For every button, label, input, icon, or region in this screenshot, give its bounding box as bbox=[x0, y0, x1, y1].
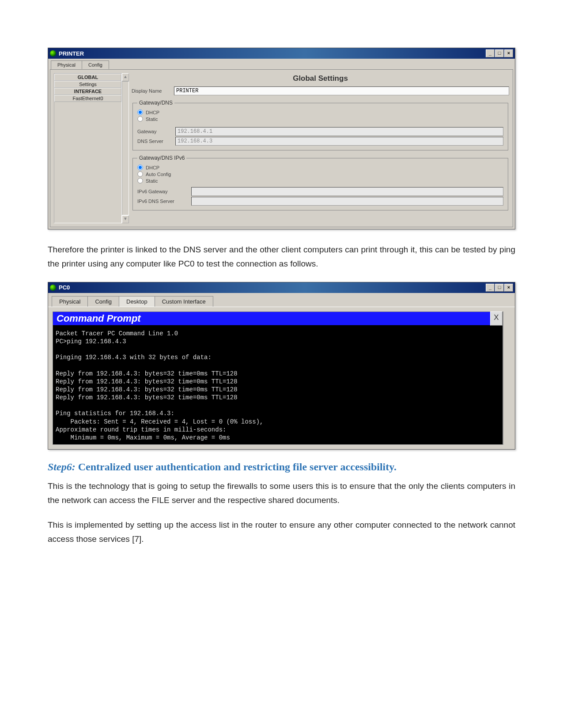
gateway-dns-ipv6-legend: Gateway/DNS IPv6 bbox=[137, 155, 186, 161]
gateway-label: Gateway bbox=[137, 129, 173, 134]
displayname-input[interactable] bbox=[174, 86, 509, 95]
ipv6-gateway-input bbox=[191, 187, 503, 196]
displayname-label: Display Name bbox=[132, 88, 171, 94]
maximize-button[interactable]: □ bbox=[495, 49, 504, 57]
gateway-dns-legend: Gateway/DNS bbox=[137, 100, 174, 106]
sidebar-header-global[interactable]: GLOBAL bbox=[54, 74, 121, 81]
radio-ipv6-static[interactable]: Static bbox=[137, 178, 503, 184]
gateway-input bbox=[175, 127, 503, 136]
tabstrip: Physical Config bbox=[48, 59, 515, 69]
panel-title: Global Settings bbox=[132, 74, 509, 83]
sidebar-item-settings[interactable]: Settings bbox=[54, 81, 121, 88]
sidebar-scrollbar[interactable]: ▲ ▼ bbox=[122, 73, 129, 223]
tab-desktop[interactable]: Desktop bbox=[119, 296, 155, 307]
command-prompt-close-button[interactable]: X bbox=[490, 311, 503, 326]
pc0-window: PC0 _ □ × Physical Config Desktop Custom… bbox=[48, 282, 515, 450]
ipv6-dns-label: IPv6 DNS Server bbox=[137, 199, 189, 204]
minimize-button[interactable]: _ bbox=[486, 284, 495, 292]
tab-physical[interactable]: Physical bbox=[51, 60, 82, 69]
scroll-down-icon[interactable]: ▼ bbox=[122, 215, 129, 223]
printer-window: PRINTER _ □ × Physical Config GLOBAL Set… bbox=[48, 48, 515, 229]
sidebar-header-interface[interactable]: INTERFACE bbox=[54, 88, 121, 95]
pc0-client-area: Command Prompt X Packet Tracer PC Comman… bbox=[48, 307, 515, 449]
window-title: PRINTER bbox=[59, 50, 84, 57]
tab-physical[interactable]: Physical bbox=[52, 296, 88, 307]
radio-dhcp[interactable]: DHCP bbox=[137, 109, 503, 115]
ipv6-dns-input bbox=[191, 197, 503, 206]
pc0-titlebar[interactable]: PC0 _ □ × bbox=[48, 282, 515, 293]
terminal-output[interactable]: Packet Tracer PC Command Line 1.0 PC>pin… bbox=[53, 325, 503, 444]
paragraph-3: This is implemented by setting up the ac… bbox=[48, 518, 515, 547]
gateway-dns-ipv6-group: Gateway/DNS IPv6 DHCP Auto Config Static bbox=[132, 155, 508, 210]
close-button[interactable]: × bbox=[504, 284, 513, 292]
tab-custom-interface[interactable]: Custom Interface bbox=[155, 296, 213, 307]
paragraph-2: This is the technology that is going to … bbox=[48, 479, 515, 508]
command-prompt-app: Command Prompt X Packet Tracer PC Comman… bbox=[53, 311, 503, 445]
paragraph-1: Therefore the printer is linked to the D… bbox=[48, 243, 515, 271]
radio-ipv6-dhcp[interactable]: DHCP bbox=[137, 165, 503, 170]
tab-config[interactable]: Config bbox=[87, 296, 119, 307]
dns-input bbox=[175, 137, 503, 146]
scroll-up-icon[interactable]: ▲ bbox=[122, 73, 129, 81]
gateway-dns-group: Gateway/DNS DHCP Static Gateway bbox=[132, 100, 508, 150]
app-icon bbox=[50, 285, 56, 291]
close-button[interactable]: × bbox=[504, 49, 513, 57]
step6-heading: Step6: Centralized user authentication a… bbox=[48, 461, 515, 473]
pc0-tabstrip: Physical Config Desktop Custom Interface bbox=[48, 293, 515, 307]
minimize-button[interactable]: _ bbox=[486, 49, 495, 57]
radio-static[interactable]: Static bbox=[137, 116, 503, 122]
sidebar-item-fastethernet0[interactable]: FastEthernet0 bbox=[54, 95, 121, 102]
radio-ipv6-auto[interactable]: Auto Config bbox=[137, 171, 503, 177]
pc0-window-title: PC0 bbox=[59, 284, 70, 291]
config-sidebar: GLOBAL Settings INTERFACE FastEthernet0 bbox=[54, 73, 122, 223]
pc0-scrollbar[interactable] bbox=[503, 311, 510, 445]
titlebar[interactable]: PRINTER _ □ × bbox=[48, 48, 515, 59]
maximize-button[interactable]: □ bbox=[495, 284, 504, 292]
tab-config[interactable]: Config bbox=[82, 60, 109, 69]
command-prompt-title: Command Prompt bbox=[53, 313, 490, 324]
client-area: GLOBAL Settings INTERFACE FastEthernet0 … bbox=[50, 69, 513, 227]
dns-label: DNS Server bbox=[137, 139, 173, 144]
ipv6-gateway-label: IPv6 Gateway bbox=[137, 189, 189, 194]
app-icon bbox=[50, 50, 56, 56]
